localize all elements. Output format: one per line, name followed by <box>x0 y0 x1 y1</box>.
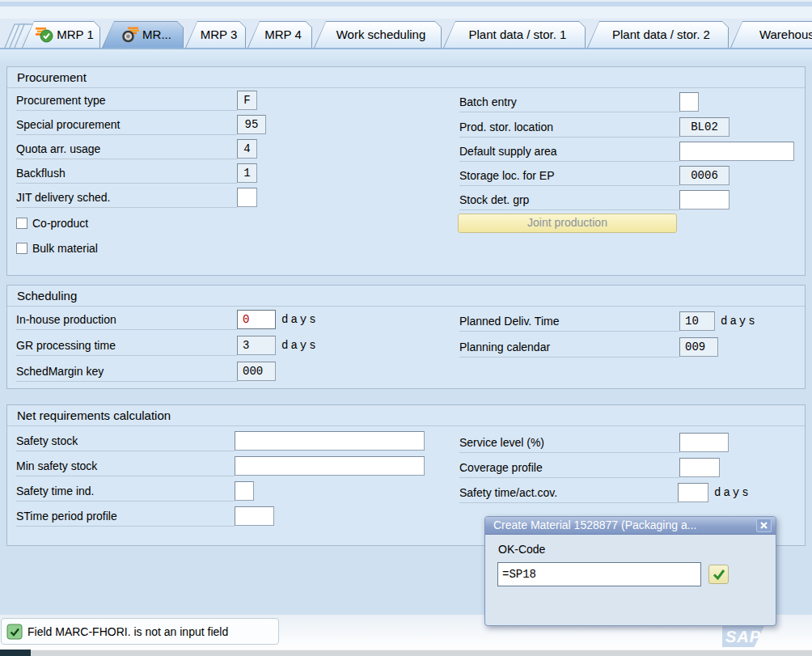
net-requirements-title: Net requirements calculation <box>7 405 805 426</box>
field-row-prod-stor-location: Prod. stor. location BL02 <box>459 116 730 138</box>
tab-label: MRP 4 <box>264 28 302 41</box>
tab-mrp1[interactable]: MRP 1 <box>22 21 100 48</box>
dialog-title-bar[interactable]: Create Material 1528877 (Packaging a... <box>485 517 776 535</box>
close-icon[interactable] <box>756 518 772 532</box>
field-label: Stock det. grp <box>459 189 679 210</box>
field-row-special-procurement: Special procurement 95 <box>16 114 266 135</box>
storage-loc-for-ep-field[interactable]: 0006 <box>679 166 730 185</box>
field-label: Coverage profile <box>459 457 679 478</box>
tab-plant-data-stor-1[interactable]: Plant data / stor. 1 <box>443 21 586 48</box>
in-house-production-field[interactable]: 0 <box>237 310 276 329</box>
backflush-field[interactable]: 1 <box>237 163 257 183</box>
field-row-min-safety-stock: Min safety stock <box>16 455 425 476</box>
coverage-profile-field[interactable] <box>679 458 720 477</box>
service-level-field[interactable] <box>679 433 729 452</box>
joint-production-button[interactable]: Joint production <box>458 214 677 233</box>
tab-label: Work scheduling <box>336 28 426 41</box>
special-procurement-field[interactable]: 95 <box>237 115 266 134</box>
field-row-quota-arr-usage: Quota arr. usage 4 <box>16 138 257 159</box>
safety-time-act-cov-field[interactable] <box>678 483 708 502</box>
tab-label: Warehouse <box>759 28 812 41</box>
field-label: Prod. stor. location <box>459 116 679 138</box>
stock-det-grp-field[interactable] <box>679 190 730 209</box>
tab-mrp3[interactable]: MRP 3 <box>185 21 246 48</box>
dialog-title-text: Create Material 1528877 (Packaging a... <box>493 518 696 531</box>
field-label: Quota arr. usage <box>16 138 237 159</box>
above-tabs-band <box>0 6 812 19</box>
tab-label: MRP 3 <box>201 28 238 41</box>
schedmargin-key-field[interactable]: 000 <box>237 362 276 381</box>
co-product-checkbox[interactable] <box>16 218 27 229</box>
safety-stock-field[interactable] <box>235 431 425 451</box>
field-label: Min safety stock <box>16 455 235 476</box>
field-label: Safety time ind. <box>16 480 235 502</box>
checkbox-label: Bulk material <box>32 242 98 255</box>
field-label: Special procurement <box>16 114 237 135</box>
co-product-row: Co-product <box>16 213 88 234</box>
scheduling-title: Scheduling <box>7 286 805 307</box>
taskbar-start-block[interactable] <box>0 650 31 656</box>
taskbar[interactable] <box>0 650 812 656</box>
field-row-coverage-profile: Coverage profile <box>459 457 720 478</box>
tab-label: MRP 1 <box>57 28 94 41</box>
field-label: Safety time/act.cov. <box>459 482 678 503</box>
field-label: Procurement type <box>16 90 237 111</box>
unit-label: days <box>721 315 758 328</box>
field-label: STime period profile <box>16 506 235 527</box>
field-row-safety-stock: Safety stock <box>16 430 425 451</box>
field-label: Backflush <box>16 163 237 184</box>
field-row-backflush: Backflush 1 <box>16 163 257 184</box>
batch-entry-field[interactable] <box>679 92 699 112</box>
jit-delivery-sched-field[interactable] <box>237 188 257 207</box>
unit-label: days <box>281 339 319 352</box>
tab-warehouse[interactable]: Warehouse <box>730 21 812 48</box>
field-label: Safety stock <box>16 430 235 451</box>
procurement-type-field[interactable]: F <box>237 91 257 110</box>
field-row-storage-loc-for-ep: Storage loc. for EP 0006 <box>459 165 730 186</box>
quota-arr-usage-field[interactable]: 4 <box>237 139 257 159</box>
safety-time-ind-field[interactable] <box>235 481 254 501</box>
procurement-title: Procurement <box>7 67 805 88</box>
field-label: Planning calendar <box>459 336 679 358</box>
tab-label: Plant data / stor. 1 <box>469 28 567 41</box>
status-ok-icon <box>35 27 54 43</box>
green-check-icon <box>713 569 725 580</box>
tab-label: Plant data / stor. 2 <box>612 28 710 41</box>
default-supply-area-field[interactable] <box>679 142 794 161</box>
field-row-stime-period-profile: STime period profile <box>16 506 274 527</box>
min-safety-stock-field[interactable] <box>235 456 425 476</box>
field-row-schedmargin-key: SchedMargin key 000 <box>16 361 276 382</box>
gr-processing-time-field[interactable]: 3 <box>237 336 276 355</box>
tab-mrp4[interactable]: MRP 4 <box>247 21 312 48</box>
field-row-jit-delivery-sched: JIT delivery sched. <box>16 187 257 208</box>
tab-work-scheduling[interactable]: Work scheduling <box>314 21 442 48</box>
field-label: In-house production <box>16 309 237 330</box>
bulk-material-checkbox[interactable] <box>16 243 27 254</box>
field-label: GR processing time <box>16 335 237 356</box>
field-label: Default supply area <box>459 141 679 162</box>
unit-label: days <box>714 486 751 499</box>
planned-deliv-time-field[interactable]: 10 <box>679 311 715 331</box>
field-label: Batch entry <box>459 91 679 112</box>
tab-label: MR... <box>142 28 171 41</box>
field-row-gr-processing-time: GR processing time 3 days <box>16 335 319 356</box>
ok-code-input[interactable] <box>497 562 701 586</box>
checkbox-label: Co-product <box>32 217 88 230</box>
field-row-planned-deliv-time: Planned Deliv. Time 10 days <box>459 311 758 332</box>
tab-plant-data-stor-2[interactable]: Plant data / stor. 2 <box>587 21 729 48</box>
tab-mrp2-active[interactable]: MR... <box>102 21 184 48</box>
confirm-button[interactable] <box>708 565 729 584</box>
field-label: Planned Deliv. Time <box>459 311 679 332</box>
field-row-in-house-production: In-house production 0 days <box>16 309 319 330</box>
field-row-procurement-type: Procurement type F <box>16 90 257 111</box>
prod-stor-location-field[interactable]: BL02 <box>679 117 730 137</box>
status-message-text: Field MARC-FHORI. is not an input field <box>27 625 228 638</box>
planning-calendar-field[interactable]: 009 <box>679 337 718 357</box>
success-check-icon <box>6 624 23 640</box>
field-row-safety-time-act-cov: Safety time/act.cov. days <box>459 482 751 503</box>
field-row-planning-calendar: Planning calendar 009 <box>459 336 718 358</box>
sap-mrp2-screen: MRP 1 MR... MRP 3 <box>0 0 812 656</box>
stime-period-profile-field[interactable] <box>235 506 274 526</box>
field-label: JIT delivery sched. <box>16 187 237 208</box>
field-row-stock-det-grp: Stock det. grp <box>459 189 730 210</box>
